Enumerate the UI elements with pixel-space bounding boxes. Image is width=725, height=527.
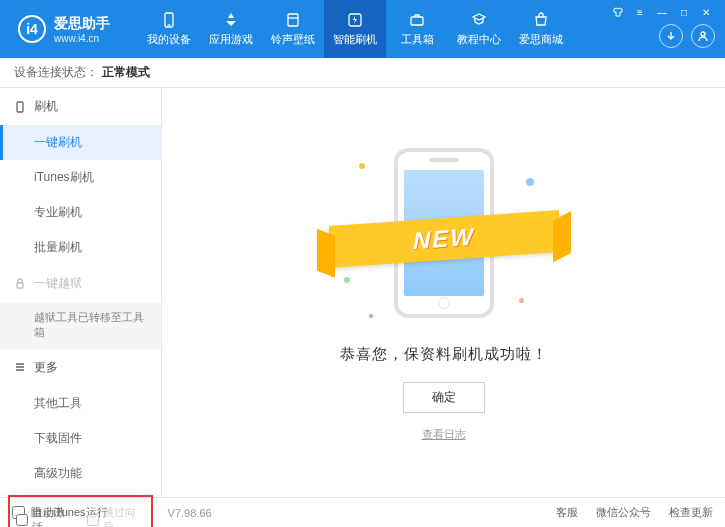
close-icon[interactable]: ✕ [697, 6, 715, 18]
section-label: 一键越狱 [34, 275, 82, 292]
sidebar-item-batch-flash[interactable]: 批量刷机 [0, 230, 161, 265]
more-icon [14, 361, 26, 373]
footer-support[interactable]: 客服 [556, 505, 578, 520]
lock-icon [14, 278, 26, 290]
store-icon [532, 11, 550, 29]
phone-icon [14, 101, 26, 113]
nav-store[interactable]: 爱思商城 [510, 0, 572, 58]
skin-icon[interactable] [609, 6, 627, 18]
logo-icon: i4 [18, 15, 46, 43]
nav-flash[interactable]: 智能刷机 [324, 0, 386, 58]
nav-label: 我的设备 [147, 32, 191, 47]
view-log-link[interactable]: 查看日志 [422, 427, 466, 442]
sidebar-item-download-firmware[interactable]: 下载固件 [0, 421, 161, 456]
chk-auto-activate[interactable]: 自动激活 [16, 505, 75, 527]
minimize-icon[interactable]: — [653, 6, 671, 18]
app-url: www.i4.cn [54, 33, 110, 44]
nav-apps[interactable]: 应用游戏 [200, 0, 262, 58]
section-label: 更多 [34, 359, 58, 376]
new-ribbon: NEW [329, 210, 559, 268]
chk-auto-activate-input[interactable] [16, 514, 28, 526]
flash-icon [346, 11, 364, 29]
user-button[interactable] [691, 24, 715, 48]
sidebar-item-advanced[interactable]: 高级功能 [0, 456, 161, 491]
top-nav: 我的设备 应用游戏 铃声壁纸 智能刷机 工具箱 教程中心 爱思商城 [138, 0, 572, 58]
status-bar: 设备连接状态： 正常模式 [0, 58, 725, 88]
apps-icon [222, 11, 240, 29]
footer-wechat[interactable]: 微信公众号 [596, 505, 651, 520]
version-label: V7.98.66 [168, 507, 212, 519]
chk-label: 跳过向导 [103, 505, 146, 527]
app-title: 爱思助手 [54, 15, 110, 33]
app-header: i4 爱思助手 www.i4.cn 我的设备 应用游戏 铃声壁纸 智能刷机 工具… [0, 0, 725, 58]
svg-point-6 [701, 32, 705, 36]
sidebar-item-itunes-flash[interactable]: iTunes刷机 [0, 160, 161, 195]
ribbon-text: NEW [413, 223, 475, 255]
nav-label: 应用游戏 [209, 32, 253, 47]
footer-check-update[interactable]: 检查更新 [669, 505, 713, 520]
svg-rect-2 [288, 14, 298, 26]
success-illustration: NEW [339, 143, 549, 323]
sidebar-item-pro-flash[interactable]: 专业刷机 [0, 195, 161, 230]
sidebar-section-jailbreak: 一键越狱 [0, 265, 161, 302]
status-label: 设备连接状态： [14, 64, 98, 81]
status-value: 正常模式 [102, 64, 150, 81]
download-button[interactable] [659, 24, 683, 48]
section-label: 刷机 [34, 98, 58, 115]
menu-icon[interactable]: ≡ [631, 6, 649, 18]
logo: i4 爱思助手 www.i4.cn [0, 15, 128, 44]
nav-label: 爱思商城 [519, 32, 563, 47]
ok-button[interactable]: 确定 [403, 382, 485, 413]
maximize-icon[interactable]: □ [675, 6, 693, 18]
nav-my-device[interactable]: 我的设备 [138, 0, 200, 58]
nav-label: 工具箱 [401, 32, 434, 47]
success-message: 恭喜您，保资料刷机成功啦！ [340, 345, 548, 364]
chk-skip-guide: 跳过向导 [87, 505, 146, 527]
svg-rect-5 [411, 17, 423, 25]
sidebar: 刷机 一键刷机 iTunes刷机 专业刷机 批量刷机 一键越狱 越狱工具已转移至… [0, 88, 162, 497]
nav-label: 铃声壁纸 [271, 32, 315, 47]
nav-tutorial[interactable]: 教程中心 [448, 0, 510, 58]
svg-rect-7 [17, 102, 23, 112]
nav-label: 教程中心 [457, 32, 501, 47]
nav-label: 智能刷机 [333, 32, 377, 47]
nav-toolbox[interactable]: 工具箱 [386, 0, 448, 58]
sidebar-section-more[interactable]: 更多 [0, 349, 161, 386]
jailbreak-note: 越狱工具已转移至工具箱 [0, 302, 161, 349]
ringtone-icon [284, 11, 302, 29]
options-highlight-box: 自动激活 跳过向导 [8, 495, 153, 527]
toolbox-icon [408, 11, 426, 29]
main-content: NEW 恭喜您，保资料刷机成功啦！ 确定 查看日志 [162, 88, 725, 497]
tutorial-icon [470, 11, 488, 29]
sidebar-item-other-tools[interactable]: 其他工具 [0, 386, 161, 421]
sidebar-item-oneclick-flash[interactable]: 一键刷机 [0, 125, 161, 160]
chk-skip-guide-input [87, 514, 99, 526]
sidebar-section-flash[interactable]: 刷机 [0, 88, 161, 125]
nav-ringtone[interactable]: 铃声壁纸 [262, 0, 324, 58]
svg-rect-8 [17, 283, 23, 288]
chk-label: 自动激活 [32, 505, 75, 527]
device-icon [160, 11, 178, 29]
